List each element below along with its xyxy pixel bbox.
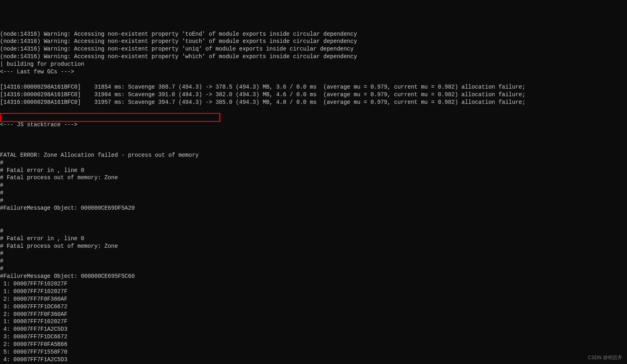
terminal-line: 4: 00007FF7F1A2C5D3	[0, 356, 627, 364]
terminal-line: [14316:00000298A161BFC0] 31957 ms: Scave…	[0, 99, 627, 106]
terminal-line: (node:14316) Warning: Accessing non-exis…	[0, 30, 627, 38]
terminal-line	[0, 220, 627, 227]
terminal-line: <--- JS stacktrace --->	[0, 121, 627, 129]
terminal-line: (node:14316) Warning: Accessing non-exis…	[0, 38, 627, 45]
terminal-line: [14316:00000298A161BFC0] 31854 ms: Scave…	[0, 83, 627, 91]
terminal-line	[0, 144, 627, 152]
terminal-line: FATAL ERROR: Zone Allocation failed - pr…	[0, 152, 627, 159]
terminal-line: #FailureMessage Object: 000000CE695F5C60	[0, 273, 627, 280]
terminal-line: #	[0, 182, 627, 189]
terminal-line: #	[0, 197, 627, 204]
terminal-line	[0, 113, 627, 121]
terminal-line: #	[0, 250, 627, 257]
terminal-line: # Fatal process out of memory: Zone	[0, 174, 627, 182]
terminal-line: 2: 00007FF7F0F360AF	[0, 311, 627, 318]
terminal-line: #	[0, 265, 627, 273]
terminal-line: #FailureMessage Object: 000000CE69DF5A20	[0, 204, 627, 212]
terminal-line	[0, 76, 627, 83]
terminal-line: #	[0, 227, 627, 235]
terminal-line: #	[0, 189, 627, 197]
terminal-line: # Fatal process out of memory: Zone	[0, 243, 627, 250]
terminal-line	[0, 136, 627, 144]
terminal-line: [14316:00000298A161BFC0] 31904 ms: Scave…	[0, 91, 627, 99]
terminal-line: # Fatal error in , line 0	[0, 167, 627, 174]
terminal-line: #	[0, 159, 627, 167]
terminal-line: 2: 00007FF7F0F360AF	[0, 295, 627, 303]
terminal-line: <--- Last few GCs --->	[0, 68, 627, 76]
terminal-line	[0, 106, 627, 113]
terminal-output: (node:14316) Warning: Accessing non-exis…	[0, 30, 627, 364]
terminal-line: (node:14316) Warning: Accessing non-exis…	[0, 53, 627, 61]
terminal-line: 3: 00007FF7F1DC6672	[0, 303, 627, 311]
terminal-line: 2: 00007FF7F0FA5B66	[0, 341, 627, 348]
terminal-line	[0, 212, 627, 220]
terminal-line: | building for production	[0, 61, 627, 68]
terminal-line: 4: 00007FF7F1A2C5D3	[0, 326, 627, 333]
terminal-line: 1: 00007FF7F102027F	[0, 318, 627, 326]
watermark-text: CSDN @明思齐	[588, 354, 622, 361]
terminal-line: 5: 00007FF7F1558F70	[0, 348, 627, 356]
terminal-line: 3: 00007FF7F1DC6672	[0, 333, 627, 341]
terminal-line: 1: 00007FF7F102027F	[0, 288, 627, 295]
terminal-line	[0, 129, 627, 136]
terminal-line: #	[0, 257, 627, 265]
terminal-line: # Fatal error in , line 0	[0, 235, 627, 243]
terminal-line: (node:14316) Warning: Accessing non-exis…	[0, 45, 627, 53]
terminal-line: 1: 00007FF7F102027F	[0, 280, 627, 288]
